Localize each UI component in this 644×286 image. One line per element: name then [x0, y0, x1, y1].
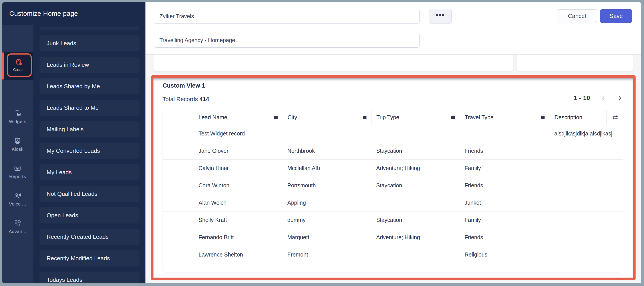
cell-city: dummy [283, 212, 372, 229]
lead-view-item[interactable]: Mailing Labels [40, 121, 140, 138]
cell-description [550, 194, 623, 211]
pagination: 1 - 10 [574, 95, 623, 102]
column-menu-icon[interactable] [540, 115, 546, 120]
cell-lead-name: Jane Glover [163, 142, 283, 159]
table-row[interactable]: Cora WintonPortsmouthStaycationFriends [163, 177, 623, 194]
cell-city: Marquett [283, 229, 372, 246]
customize-home-window: Customize Home page Dashb... [2, 2, 641, 283]
sidebar-item-voice[interactable]: Voice ... [2, 192, 33, 207]
cell-trip-type: Adventure; Hiking [372, 229, 460, 246]
table-row[interactable]: Lawrence SheltonFremontReligious [163, 246, 623, 263]
cell-city: Appling [283, 194, 372, 211]
screen-frame: Customize Home page Dashb... [0, 0, 644, 286]
table-body: Test Widget recordalsdjlkasjdlkja alsdjl… [163, 125, 623, 272]
cell-lead-name: Shelly Kraft [163, 212, 283, 229]
column-header-city: City [283, 110, 372, 125]
board-name-input[interactable] [154, 9, 420, 24]
lead-view-item[interactable]: My Converted Leads [40, 143, 140, 159]
lead-view-item[interactable]: Leads Shared to Me [40, 100, 140, 116]
column-menu-icon[interactable] [450, 115, 456, 120]
sidebar-item-label: Voice ... [9, 201, 26, 207]
lead-view-item[interactable]: Leads Shared by Me [40, 78, 140, 94]
cell-description [550, 160, 623, 177]
lead-view-item[interactable]: Todays Leads [40, 272, 140, 283]
cell-city: Mcclellan Afb [283, 160, 372, 177]
column-sliders-icon [612, 114, 619, 122]
cell-lead-name: Calvin Hiner [163, 160, 283, 177]
cell-travel-type: Friends [460, 229, 550, 246]
left-panel: Customize Home page Dashb... [2, 2, 146, 283]
lead-view-item[interactable]: My Leads [40, 164, 140, 180]
records-table: Lead Name City Trip Type [162, 110, 623, 273]
column-header-description: Description [550, 110, 606, 125]
cell-lead-name: Test Widget record [163, 125, 283, 142]
lead-view-item[interactable]: Recently Created Leads [40, 229, 140, 245]
table-row[interactable]: Alan WelchApplingJunket [163, 194, 623, 212]
column-header-travel-type: Travel Type [460, 110, 550, 125]
cell-description [550, 229, 623, 246]
sidebar-item-customization[interactable]: Custo... [7, 53, 32, 77]
table-row[interactable]: Test Widget recordalsdjlkasjdlkja alsdjl… [163, 125, 623, 142]
cell-description [550, 177, 623, 194]
topbar: ••• Cancel Save [146, 2, 641, 55]
reports-icon [14, 164, 22, 172]
cell-city [283, 125, 372, 142]
cell-city: Portsmouth [283, 177, 372, 194]
lead-view-item-partial[interactable] [40, 27, 140, 30]
column-menu-icon[interactable] [273, 115, 279, 120]
cell-lead-name: Lawrence Shelton [163, 246, 283, 263]
module-rail: Dashb... Custo... Widgets [2, 25, 33, 283]
page-title: Customize Home page [9, 10, 78, 17]
left-body: Dashb... Custo... Widgets [2, 25, 146, 283]
lead-view-item[interactable]: Open Leads [40, 207, 140, 223]
lead-view-item[interactable]: Junk Leads [40, 35, 140, 51]
cell-description [550, 142, 623, 159]
lead-view-item[interactable]: Recently Modified Leads [40, 250, 140, 267]
cancel-button[interactable]: Cancel [557, 9, 597, 23]
table-row[interactable]: Jane GloverNorthbrookStaycationFriends [163, 142, 623, 160]
cell-travel-type: Friends [460, 177, 550, 194]
sidebar-item-label: Reports [9, 174, 26, 179]
next-page-icon[interactable] [616, 95, 623, 102]
cell-trip-type: Adventure; Hiking [372, 160, 460, 177]
cell-description [550, 212, 623, 229]
lead-view-list: Junk LeadsLeads in ReviewLeads Shared by… [33, 25, 146, 283]
sidebar-item-label: Widgets [9, 119, 26, 124]
total-records-value: 414 [200, 96, 209, 102]
page-name-input[interactable] [154, 33, 420, 48]
save-button[interactable]: Save [600, 9, 632, 23]
sidebar-item-reports[interactable]: Reports [2, 164, 33, 179]
cell-trip-type: Staycation [372, 142, 460, 159]
total-records-label: Total Records [162, 96, 198, 102]
cell-travel-type [460, 125, 550, 142]
sidebar-item-label: Advan... [9, 229, 26, 234]
table-row[interactable]: Shelly KraftdummyStaycationFamily [163, 212, 623, 229]
panel-head: Custom View 1 Total Records 414 1 - 10 [162, 80, 623, 110]
more-options-button[interactable]: ••• [429, 9, 452, 24]
table-row[interactable]: Fernando BrittMarquettAdventure; HikingF… [163, 229, 623, 246]
cell-city: Northbrook [283, 142, 372, 159]
column-settings-button[interactable] [606, 110, 623, 125]
sidebar-item-widgets[interactable]: Widgets [2, 109, 33, 124]
lead-view-item[interactable]: Not Qualified Leads [40, 186, 140, 202]
sidebar-item-label: Custo... [13, 68, 25, 72]
table-header-row: Lead Name City Trip Type [163, 110, 623, 125]
lead-view-item[interactable]: Leads in Review [40, 57, 140, 73]
sidebar-item-kiosk[interactable]: Kiosk [2, 137, 33, 152]
column-menu-icon[interactable] [362, 115, 368, 120]
total-records: Total Records 414 [162, 96, 623, 103]
cell-lead-name: Cora Winton [163, 177, 283, 194]
custom-view-panel[interactable]: Custom View 1 Total Records 414 1 - 10 [151, 75, 636, 280]
cell-travel-type: Junket [460, 194, 550, 211]
pagination-range: 1 - 10 [574, 95, 590, 102]
main-area: ••• Cancel Save Custom View 1 Total Reco… [146, 2, 641, 283]
cell-lead-name: Fernando Britt [163, 229, 283, 246]
panel-header: Customize Home page [2, 2, 146, 25]
ellipsis-icon: ••• [436, 15, 445, 18]
table-row[interactable]: Calvin HinerMcclellan AfbAdventure; Hiki… [163, 160, 623, 177]
table-row-partial [163, 263, 623, 272]
custom-view-panel-inner: Custom View 1 Total Records 414 1 - 10 [154, 78, 633, 278]
previous-page-icon[interactable] [600, 95, 607, 102]
sidebar-item-label: Kiosk [12, 146, 24, 152]
sidebar-item-advanced[interactable]: Advan... [2, 219, 33, 234]
